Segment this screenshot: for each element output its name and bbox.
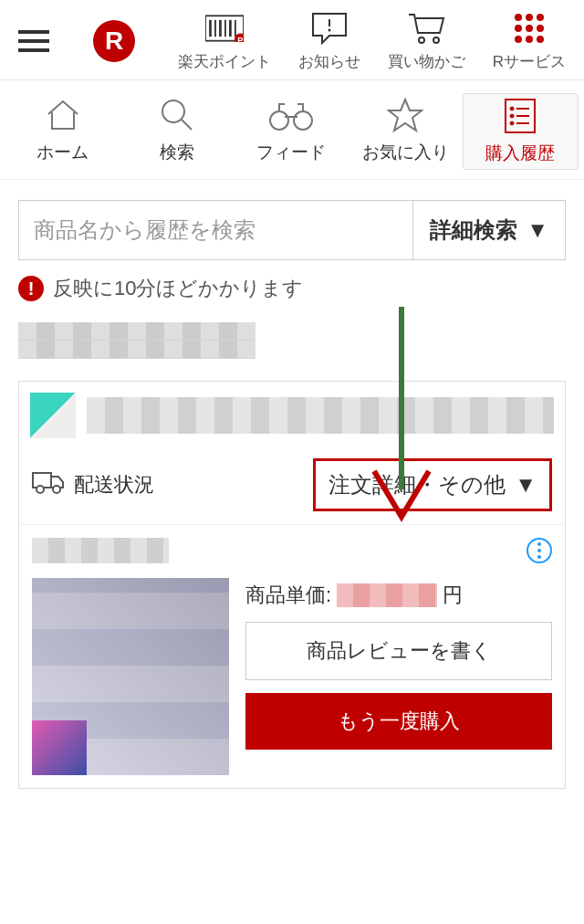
svg-point-29	[510, 114, 514, 118]
redacted-date	[18, 322, 256, 359]
tab-search[interactable]: 検索	[120, 93, 234, 170]
tab-history-label: 購入履歴	[485, 142, 555, 165]
alert-icon: !	[18, 276, 44, 301]
advanced-search-label: 詳細検索	[430, 215, 517, 245]
price-label: 商品単価:	[245, 582, 331, 609]
order-card: 配送状況 注文詳細・その他 ▼ 商品単価: 円 商品レビューを書く もう一度購入	[18, 381, 566, 789]
svg-point-20	[526, 36, 533, 43]
svg-point-22	[162, 100, 184, 122]
reflect-delay-alert: ! 反映に10分ほどかかります	[18, 275, 566, 302]
svg-point-35	[53, 486, 60, 493]
binoculars-icon	[268, 97, 314, 133]
points-label: 楽天ポイント	[178, 51, 271, 72]
search-icon	[159, 97, 195, 133]
redacted-price	[337, 583, 437, 607]
svg-point-17	[526, 25, 533, 32]
tab-favorite-label: お気に入り	[362, 141, 449, 164]
svg-point-13	[515, 14, 522, 21]
tab-feed[interactable]: フィード	[234, 93, 348, 170]
tab-feed-label: フィード	[256, 141, 326, 164]
more-menu-button[interactable]	[527, 538, 552, 563]
svg-point-14	[526, 14, 533, 21]
grid-icon	[510, 9, 548, 47]
notice-label: お知らせ	[298, 51, 360, 72]
svg-point-25	[294, 111, 312, 130]
buy-again-button[interactable]: もう一度購入	[245, 693, 552, 750]
svg-point-15	[537, 14, 544, 21]
svg-text:P: P	[237, 36, 243, 42]
points-button[interactable]: P 楽天ポイント	[178, 9, 271, 72]
rakuten-logo[interactable]: R	[93, 20, 135, 62]
svg-point-11	[419, 37, 424, 43]
redacted-item-name	[32, 538, 169, 563]
truck-icon	[32, 469, 65, 500]
svg-point-16	[515, 25, 522, 32]
advanced-search-button[interactable]: 詳細検索 ▼	[413, 201, 565, 259]
menu-button[interactable]	[18, 30, 49, 52]
notice-icon	[310, 9, 349, 47]
tab-search-label: 検索	[160, 141, 194, 164]
tab-favorite[interactable]: お気に入り	[349, 93, 463, 170]
tab-home-label: ホーム	[36, 141, 89, 164]
tab-history[interactable]: 購入履歴	[463, 93, 579, 170]
shipping-status-link[interactable]: 配送状況	[32, 469, 154, 500]
home-icon	[45, 97, 81, 133]
svg-line-23	[182, 120, 192, 130]
star-icon	[387, 97, 423, 133]
redacted-shop-name	[87, 397, 554, 434]
shop-row[interactable]	[19, 382, 565, 449]
svg-point-31	[510, 121, 514, 125]
svg-point-21	[537, 36, 544, 43]
cart-button[interactable]: 買い物かご	[388, 9, 465, 72]
caret-down-icon: ▼	[527, 217, 548, 243]
alert-text: 反映に10分ほどかかります	[53, 275, 303, 302]
tab-home[interactable]: ホーム	[5, 93, 120, 170]
price-suffix: 円	[443, 582, 463, 609]
list-icon	[504, 98, 537, 134]
order-detail-label: 注文詳細・その他	[328, 470, 506, 499]
svg-point-19	[515, 36, 522, 43]
svg-point-12	[433, 37, 439, 43]
svg-point-24	[270, 111, 288, 130]
services-label: Rサービス	[493, 51, 566, 72]
cart-icon	[407, 9, 445, 47]
cart-label: 買い物かご	[388, 51, 465, 72]
svg-point-10	[328, 29, 330, 32]
redacted-item-image[interactable]	[32, 578, 229, 775]
caret-down-icon: ▼	[515, 472, 537, 498]
barcode-icon: P	[205, 9, 244, 47]
order-detail-button[interactable]: 注文詳細・その他 ▼	[313, 458, 552, 511]
notice-button[interactable]: お知らせ	[298, 9, 360, 72]
write-review-button[interactable]: 商品レビューを書く	[245, 622, 552, 680]
svg-point-18	[537, 25, 544, 32]
shipping-status-label: 配送状況	[74, 471, 154, 499]
shop-thumbnail	[30, 393, 76, 438]
price-row: 商品単価: 円	[245, 582, 552, 609]
search-row: 詳細検索 ▼	[18, 200, 566, 260]
svg-point-34	[36, 486, 44, 493]
svg-point-27	[510, 107, 514, 110]
search-input[interactable]	[19, 201, 413, 259]
services-button[interactable]: Rサービス	[493, 9, 566, 72]
